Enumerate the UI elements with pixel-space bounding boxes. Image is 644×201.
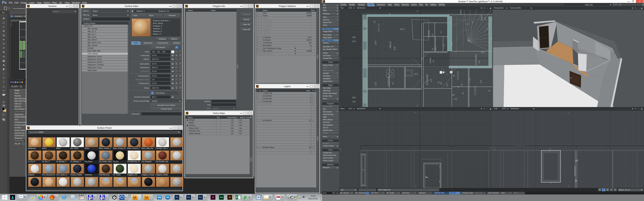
svg-text:210: 210 — [440, 82, 442, 85]
svg-text:-X: -X — [340, 148, 342, 150]
svg-text:-Z: -Z — [416, 105, 418, 107]
svg-text:62: 62 — [472, 21, 474, 23]
svg-text:4,9: 4,9 — [461, 84, 463, 86]
svg-text:+Y: +Y — [414, 111, 416, 113]
svg-text:9: 9 — [456, 50, 456, 52]
svg-text:-Y: -Y — [414, 186, 416, 188]
svg-text:1,36: 1,36 — [481, 51, 485, 53]
svg-text:3,0: 3,0 — [431, 34, 433, 36]
svg-text:RAKT.: RAKT. — [481, 15, 483, 21]
svg-text:RM.=0,85: RM.=0,85 — [378, 23, 380, 31]
svg-text:90: 90 — [457, 86, 459, 87]
svg-text:4,9: 4,9 — [490, 37, 492, 40]
svg-text:2,65: 2,65 — [451, 42, 453, 46]
svg-text:84: 84 — [467, 23, 468, 25]
svg-text:75: 75 — [432, 48, 434, 50]
svg-text:210: 210 — [454, 98, 457, 100]
svg-text:4,9: 4,9 — [430, 79, 432, 82]
svg-text:210: 210 — [434, 47, 436, 50]
svg-text:+Y: +Y — [567, 111, 570, 113]
svg-text:4,9: 4,9 — [478, 61, 480, 63]
svg-text:1,10: 1,10 — [480, 80, 482, 83]
svg-text:4,7: 4,7 — [392, 82, 394, 85]
svg-text:3,12: 3,12 — [414, 73, 418, 75]
svg-text:1,51: 1,51 — [374, 82, 377, 86]
svg-text:1,10: 1,10 — [468, 78, 470, 82]
svg-text:.6: .6 — [388, 13, 390, 15]
svg-text:+Z: +Z — [494, 148, 496, 150]
svg-text:ELŐSZOBA: ELŐSZOBA — [426, 74, 428, 85]
svg-text:-Y: -Y — [568, 186, 570, 188]
svg-text:GARD.: GARD. — [429, 57, 431, 63]
svg-text:9: 9 — [440, 31, 442, 33]
svg-text:2,97: 2,97 — [374, 41, 377, 45]
svg-text:+X: +X — [502, 77, 505, 79]
svg-text:06: 06 — [488, 90, 490, 92]
svg-text:0,8: 0,8 — [421, 58, 423, 60]
svg-text:+X: +X — [490, 147, 492, 149]
svg-text:90: 90 — [438, 81, 440, 83]
svg-text:210: 210 — [488, 24, 490, 26]
svg-text:ELŐSZOBA: ELŐSZOBA — [474, 86, 476, 95]
svg-text:100: 100 — [452, 94, 455, 96]
svg-text:+X: +X — [490, 58, 492, 59]
svg-text:HÁLÓ: HÁLÓ — [389, 41, 392, 48]
svg-text:ELŐSZOBA: ELŐSZOBA — [457, 71, 459, 80]
svg-text:-X: -X — [340, 58, 341, 59]
svg-text:KONYHA: KONYHA — [387, 76, 390, 86]
svg-text:10: 10 — [373, 21, 376, 23]
svg-text:06: 06 — [453, 75, 455, 77]
svg-text:90: 90 — [462, 92, 464, 94]
svg-text:+Z: +Z — [416, 10, 418, 12]
svg-text:RAKT: RAKT — [460, 10, 462, 15]
svg-text:75: 75 — [486, 28, 488, 30]
svg-text:2,10: 2,10 — [446, 83, 448, 87]
svg-text:3,19: 3,19 — [400, 28, 404, 30]
svg-text:ELŐSZOBA: ELŐSZOBA — [474, 54, 477, 65]
svg-text:1,6: 1,6 — [443, 44, 445, 46]
svg-text:9,5: 9,5 — [393, 46, 396, 50]
svg-text:180: 180 — [352, 96, 356, 99]
svg-text:120: 120 — [352, 40, 356, 43]
svg-text:1,8: 1,8 — [484, 17, 486, 20]
svg-text:120: 120 — [352, 100, 356, 103]
svg-text:2,0: 2,0 — [432, 60, 434, 62]
svg-text:180: 180 — [352, 36, 356, 38]
svg-text:-Z: -Z — [641, 148, 643, 150]
svg-text:FÜRDŐ: FÜRDŐ — [428, 30, 430, 37]
